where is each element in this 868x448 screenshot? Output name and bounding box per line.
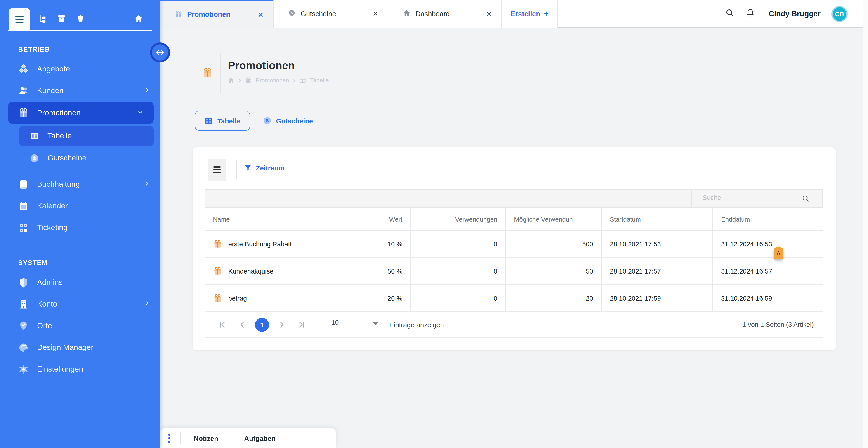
sidebar-item-design-manager[interactable]: Design Manager: [0, 337, 160, 358]
table-row-3-wert[interactable]: 20 %: [315, 285, 410, 312]
column-header-startdatum[interactable]: Startdatum: [601, 208, 712, 230]
tab-gutscheine[interactable]: $ Gutscheine ×: [274, 0, 388, 28]
table-row-1-startdatum[interactable]: 28.10.2021 17:53: [601, 230, 712, 258]
scrollbar-track[interactable]: [863, 0, 868, 448]
sidebar-item-konto[interactable]: Konto: [0, 293, 160, 315]
previous-page-icon[interactable]: [237, 320, 247, 329]
sidebar-divider: [8, 30, 152, 31]
next-page-icon[interactable]: [277, 320, 287, 329]
table-row-1-verwendungen[interactable]: 0: [410, 230, 505, 258]
avatar[interactable]: CB: [831, 6, 848, 22]
table-row-2-verwendungen[interactable]: 0: [410, 258, 505, 285]
table-row-1-enddatum[interactable]: 31.12.2024 16:53 A: [712, 230, 823, 258]
table-row-3-startdatum[interactable]: 28.10.2021 17:59: [601, 285, 712, 312]
view-gutscheine-button[interactable]: $ Gutscheine: [262, 116, 313, 125]
sidebar-subitem-gutscheine[interactable]: $ Gutscheine: [19, 148, 154, 168]
column-header-enddatum[interactable]: Enddatum: [712, 208, 823, 230]
table-row-1-name[interactable]: erste Buchung Rabatt: [205, 230, 315, 258]
dock-item-notizen[interactable]: Notizen: [181, 434, 231, 442]
gift-icon: [175, 10, 182, 19]
svg-text:$: $: [33, 155, 36, 161]
home-icon[interactable]: [134, 14, 143, 23]
tab-label: Promotionen: [187, 10, 230, 19]
qr-ticket-icon: [18, 222, 29, 233]
shield-icon: [18, 277, 29, 288]
breadcrumb-separator: ›: [293, 76, 295, 84]
sidebar-item-label: Design Manager: [37, 343, 94, 352]
tab-label: Gutscheine: [301, 10, 336, 18]
promotions-table: Name Wert Verwendungen Mögliche Verwendu…: [205, 208, 823, 312]
gear-icon: [18, 364, 29, 375]
page-size-value: 10: [331, 319, 339, 326]
tab-create-new[interactable]: Erstellen +: [502, 0, 558, 28]
cell-text: betrag: [228, 294, 247, 302]
sidebar-item-buchhaltung[interactable]: Buchhaltung: [0, 173, 160, 195]
breadcrumb-item-tabelle[interactable]: Tabelle: [310, 76, 329, 84]
sidebar-item-einstellungen[interactable]: Einstellungen: [0, 358, 160, 380]
table-row-3-verwendungen[interactable]: 0: [410, 285, 505, 312]
tab-promotionen[interactable]: Promotionen ×: [160, 0, 274, 28]
sidebar-subitem-tabelle[interactable]: Tabelle: [19, 126, 154, 146]
vertical-dots-icon[interactable]: [168, 433, 170, 443]
search-icon[interactable]: [725, 8, 735, 20]
home-icon[interactable]: [228, 76, 235, 84]
table-menu-button[interactable]: [208, 159, 226, 181]
close-icon[interactable]: ×: [475, 9, 491, 18]
search-input[interactable]: [703, 192, 798, 203]
table-row-2-moegliche[interactable]: 50: [505, 258, 601, 285]
sidebar-item-ticketing[interactable]: Ticketing: [0, 217, 160, 239]
section-label-system: SYSTEM: [18, 259, 160, 266]
table-row-3-name[interactable]: betrag: [205, 285, 315, 312]
horizontal-arrows-icon: [155, 47, 165, 58]
user-name[interactable]: Cindy Brugger: [769, 9, 820, 18]
table-row-3-moegliche[interactable]: 20: [505, 285, 601, 312]
first-page-icon[interactable]: [217, 320, 227, 329]
table-row-2-enddatum[interactable]: 31.12.2024 16:57: [712, 258, 823, 285]
table-row-2-wert[interactable]: 50 %: [315, 258, 410, 285]
gift-icon: [213, 239, 222, 249]
sidebar-item-promotionen[interactable]: Promotionen: [8, 102, 154, 124]
column-header-moegliche-verwendungen[interactable]: Mögliche Verwendungen: [505, 208, 601, 230]
tab-dashboard[interactable]: Dashboard ×: [388, 0, 502, 28]
sitemap-icon[interactable]: [38, 14, 47, 23]
table-row-1-moegliche[interactable]: 500: [505, 230, 601, 258]
column-header-name[interactable]: Name: [205, 208, 315, 230]
close-icon[interactable]: ×: [361, 9, 378, 18]
dock-item-aufgaben[interactable]: Aufgaben: [231, 434, 288, 442]
sidebar-item-orte[interactable]: Orte: [0, 315, 160, 337]
view-gutscheine-label: Gutscheine: [276, 117, 313, 125]
search-icon[interactable]: [802, 194, 810, 202]
column-header-wert[interactable]: Wert: [315, 208, 410, 230]
table-row-2-startdatum[interactable]: 28.10.2021 17:57: [601, 258, 712, 285]
sidebar-item-angebote[interactable]: Angebote: [0, 58, 160, 80]
table-row-3-enddatum[interactable]: 31.10.2024 16:59: [712, 285, 823, 312]
current-page-button[interactable]: 1: [255, 318, 269, 331]
last-page-icon[interactable]: [297, 320, 307, 329]
sidebar-item-label: Promotionen: [37, 108, 81, 117]
trash-icon[interactable]: [76, 14, 85, 23]
table-row-2-name[interactable]: Kundenakquise: [205, 258, 315, 285]
sidebar-resize-handle[interactable]: [150, 42, 170, 62]
gift-icon: [213, 266, 222, 276]
bell-icon[interactable]: [746, 8, 755, 20]
column-header-verwendungen[interactable]: Verwendungen: [410, 208, 505, 230]
sidebar-item-kalender[interactable]: Kalender: [0, 195, 160, 217]
page-size-select[interactable]: 10: [331, 317, 382, 332]
cell-text: erste Buchung Rabatt: [228, 240, 292, 248]
breadcrumb-item-promotionen[interactable]: Promotionen: [256, 76, 289, 84]
voucher-icon: $: [288, 9, 296, 19]
select-underline: [331, 331, 382, 332]
pagination: 1 10 Einträge anzeigen 1 von 1 Seiten (3…: [205, 312, 823, 338]
close-icon[interactable]: ×: [246, 10, 263, 19]
table-row-1-wert[interactable]: 10 %: [315, 230, 410, 258]
gift-icon: [245, 76, 252, 84]
sidebar-menu-button[interactable]: [8, 8, 30, 30]
sidebar-item-kunden[interactable]: Kunden: [0, 80, 160, 102]
sidebar-nav-betrieb: Angebote Kunden Promotionen: [0, 58, 160, 239]
chevron-right-icon: [144, 300, 150, 309]
zeitraum-filter-button[interactable]: Zeitraum: [244, 164, 285, 172]
sidebar-item-admins[interactable]: Admins: [0, 272, 160, 293]
archive-icon[interactable]: [57, 14, 66, 23]
table-icon: [299, 76, 306, 84]
view-tabelle-button[interactable]: Tabelle: [195, 111, 250, 131]
